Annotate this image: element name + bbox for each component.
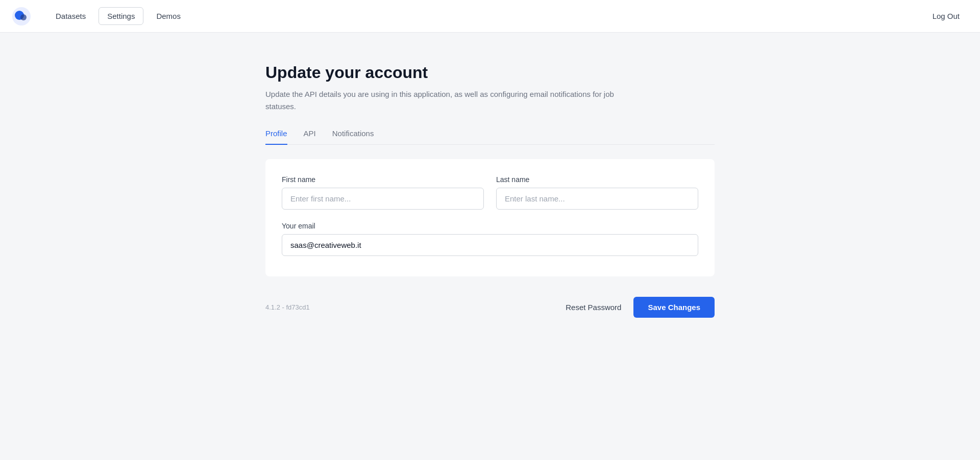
last-name-label: Last name bbox=[496, 175, 698, 184]
footer-row: 4.1.2 - fd73cd1 Reset Password Save Chan… bbox=[265, 297, 715, 318]
svg-point-2 bbox=[20, 14, 27, 20]
tabs: Profile API Notifications bbox=[265, 129, 715, 145]
email-group: Your email bbox=[282, 222, 698, 256]
tab-profile[interactable]: Profile bbox=[265, 129, 287, 145]
nav-demos[interactable]: Demos bbox=[148, 7, 189, 25]
tab-api[interactable]: API bbox=[304, 129, 316, 145]
tab-notifications[interactable]: Notifications bbox=[332, 129, 374, 145]
first-name-group: First name bbox=[282, 175, 484, 210]
last-name-input[interactable] bbox=[496, 188, 698, 210]
email-label: Your email bbox=[282, 222, 698, 230]
save-changes-button[interactable]: Save Changes bbox=[633, 297, 715, 318]
logo bbox=[12, 7, 31, 25]
first-name-input[interactable] bbox=[282, 188, 484, 210]
footer-actions: Reset Password Save Changes bbox=[566, 297, 715, 318]
nav-links: Datasets Settings Demos bbox=[47, 7, 924, 25]
page-title: Update your account bbox=[265, 63, 715, 82]
main-content: Update your account Update the API detai… bbox=[245, 33, 735, 348]
navbar-right: Log Out bbox=[924, 8, 968, 24]
first-name-label: First name bbox=[282, 175, 484, 184]
nav-settings[interactable]: Settings bbox=[99, 7, 143, 25]
last-name-group: Last name bbox=[496, 175, 698, 210]
name-row: First name Last name bbox=[282, 175, 698, 210]
navbar: Datasets Settings Demos Log Out bbox=[0, 0, 980, 33]
page-description: Update the API details you are using in … bbox=[265, 88, 623, 113]
logout-button[interactable]: Log Out bbox=[924, 8, 968, 24]
email-input[interactable] bbox=[282, 234, 698, 256]
version-text: 4.1.2 - fd73cd1 bbox=[265, 303, 310, 311]
nav-datasets[interactable]: Datasets bbox=[47, 7, 94, 25]
profile-form: First name Last name Your email bbox=[265, 159, 715, 276]
reset-password-button[interactable]: Reset Password bbox=[566, 303, 621, 312]
